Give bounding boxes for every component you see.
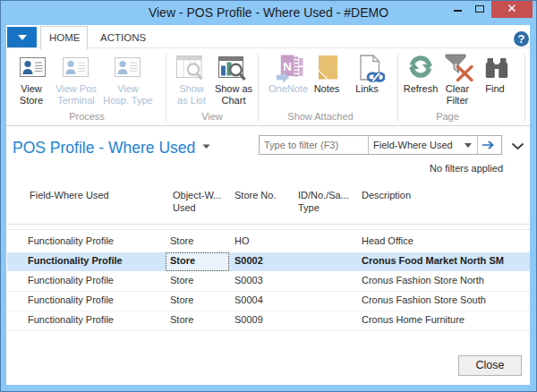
svg-text:N: N — [283, 60, 292, 73]
